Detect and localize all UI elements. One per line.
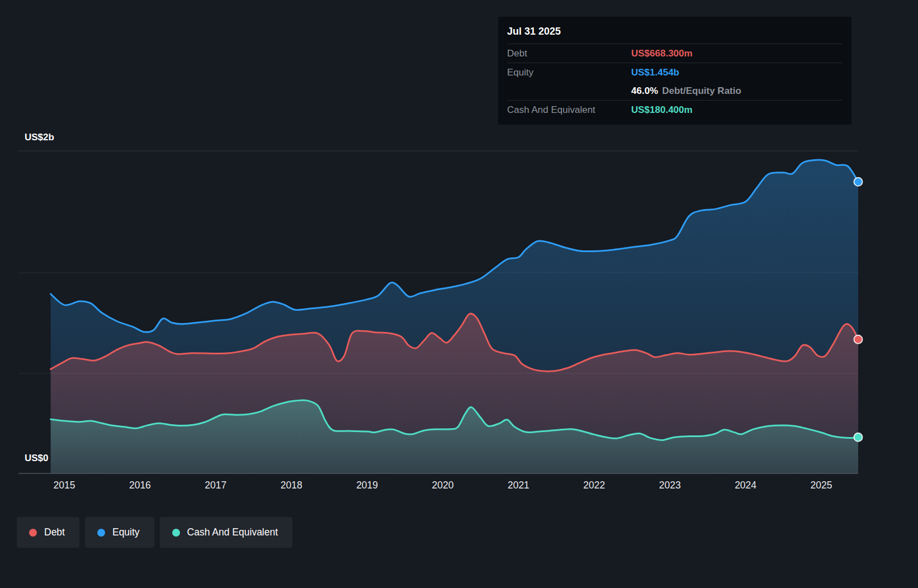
tooltip-ratio-value: 46.0% — [631, 86, 658, 96]
legend-item-cash[interactable]: Cash And Equivalent — [160, 517, 292, 548]
y-axis-max-label: US$2b — [25, 132, 54, 143]
tooltip-row-equity: Equity US$1.454b — [507, 63, 843, 82]
x-tick: 2015 — [54, 480, 75, 491]
chart-legend: Debt Equity Cash And Equivalent — [17, 517, 292, 548]
x-tick: 2024 — [735, 480, 756, 491]
x-tick: 2025 — [811, 480, 832, 491]
cash-series-dot-icon — [172, 529, 180, 537]
x-tick: 2020 — [432, 480, 454, 491]
x-tick: 2019 — [356, 480, 378, 491]
tooltip-equity-value: US$1.454b — [631, 67, 679, 78]
debt-series-dot-icon — [29, 529, 37, 537]
tooltip-cash-label: Cash And Equivalent — [507, 105, 631, 116]
legend-item-equity[interactable]: Equity — [85, 517, 154, 548]
x-tick: 2016 — [129, 480, 151, 491]
x-tick: 2021 — [508, 480, 529, 491]
tooltip-debt-value: US$668.300m — [631, 48, 693, 59]
cash-end-dot — [854, 433, 863, 442]
tooltip-row-debt: Debt US$668.300m — [507, 44, 843, 63]
debt-equity-history-chart: US$2b US$0 2015 2016 2017 2018 2019 2020… — [0, 0, 918, 588]
tooltip-debt-label: Debt — [507, 48, 631, 59]
debt-end-dot — [854, 335, 863, 344]
tooltip-cash-value: US$180.400m — [631, 105, 693, 116]
y-axis-zero-label: US$0 — [25, 453, 49, 464]
x-tick: 2022 — [583, 480, 605, 491]
tooltip-ratio: 46.0%Debt/Equity Ratio — [631, 86, 741, 97]
equity-end-dot — [854, 178, 863, 186]
legend-item-debt[interactable]: Debt — [17, 517, 79, 548]
tooltip-date: Jul 31 2025 — [507, 21, 843, 44]
tooltip-row-cash: Cash And Equivalent US$180.400m — [507, 100, 843, 119]
tooltip-ratio-label: Debt/Equity Ratio — [662, 86, 741, 96]
legend-cash-label: Cash And Equivalent — [187, 527, 278, 538]
series-areas — [51, 160, 858, 473]
equity-series-dot-icon — [97, 529, 105, 537]
x-tick: 2017 — [205, 480, 226, 491]
legend-debt-label: Debt — [44, 527, 65, 538]
tooltip-row-ratio: 46.0%Debt/Equity Ratio — [507, 82, 843, 100]
chart-tooltip: Jul 31 2025 Debt US$668.300m Equity US$1… — [498, 17, 851, 125]
tooltip-equity-label: Equity — [507, 67, 631, 78]
x-tick: 2023 — [659, 480, 681, 491]
legend-equity-label: Equity — [112, 527, 140, 538]
x-tick: 2018 — [281, 480, 302, 491]
